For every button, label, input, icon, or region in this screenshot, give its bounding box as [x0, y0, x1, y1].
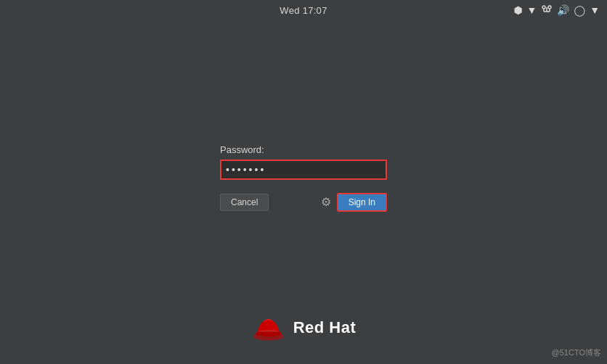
- redhat-brand-text: Red Hat: [293, 318, 357, 337]
- svg-point-6: [548, 6, 551, 9]
- power-dropdown-icon[interactable]: ▼: [590, 4, 600, 16]
- svg-point-0: [542, 6, 545, 9]
- volume-icon[interactable]: 🔊: [557, 4, 569, 16]
- bluetooth-icon[interactable]: ⬢: [513, 4, 522, 16]
- network-icon[interactable]: [541, 4, 553, 17]
- password-input-wrapper: [220, 160, 387, 180]
- clock: Wed 17:07: [280, 5, 327, 16]
- dropdown-icon[interactable]: ▼: [527, 4, 537, 16]
- password-label: Password:: [220, 144, 264, 155]
- gear-icon: ⚙: [321, 195, 331, 209]
- system-tray: ⬢ ▼ 🔊 ◯ ▼: [513, 4, 600, 17]
- watermark: @51CTO博客: [552, 347, 601, 358]
- main-content: Password: Cancel ⚙ Sign In: [0, 20, 607, 364]
- cancel-button[interactable]: Cancel: [220, 194, 269, 211]
- gear-button[interactable]: ⚙: [321, 195, 331, 209]
- signin-button[interactable]: Sign In: [337, 193, 387, 212]
- redhat-logo-area: Red Hat: [251, 313, 357, 342]
- power-icon[interactable]: ◯: [574, 4, 585, 16]
- login-form: Password: Cancel ⚙ Sign In: [220, 144, 387, 212]
- password-input[interactable]: [220, 160, 387, 180]
- top-bar: Wed 17:07 ⬢ ▼ 🔊 ◯ ▼: [0, 0, 607, 20]
- right-buttons: ⚙ Sign In: [321, 193, 387, 212]
- buttons-row: Cancel ⚙ Sign In: [220, 193, 387, 212]
- redhat-hat-icon: [251, 313, 286, 342]
